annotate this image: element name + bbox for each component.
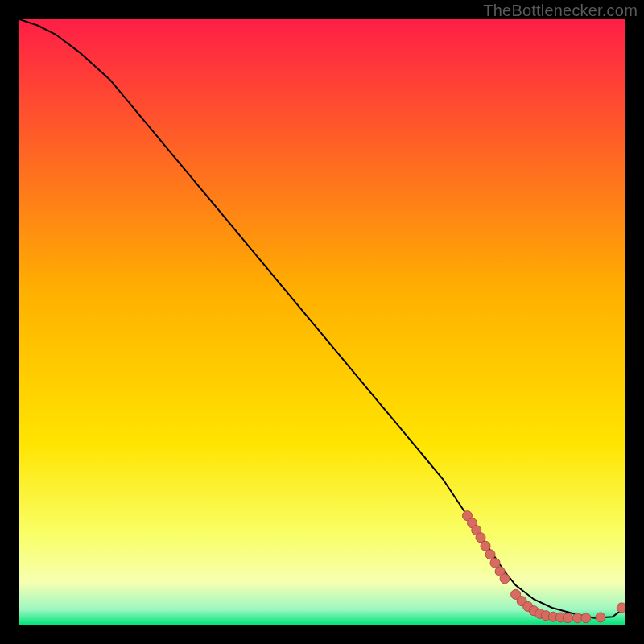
plot-svg [19, 19, 625, 625]
plot-area [19, 19, 625, 625]
data-marker [581, 613, 591, 623]
data-marker [500, 574, 510, 584]
data-marker [485, 550, 495, 559]
data-marker [596, 613, 605, 622]
gradient-background [19, 19, 625, 625]
data-marker [563, 613, 572, 623]
attribution-watermark: TheBottlenecker.com [483, 2, 638, 20]
data-marker [481, 541, 490, 551]
chart-stage: TheBottlenecker.com [0, 0, 644, 644]
data-marker [617, 603, 625, 613]
data-marker [490, 558, 500, 568]
data-marker [476, 533, 485, 543]
